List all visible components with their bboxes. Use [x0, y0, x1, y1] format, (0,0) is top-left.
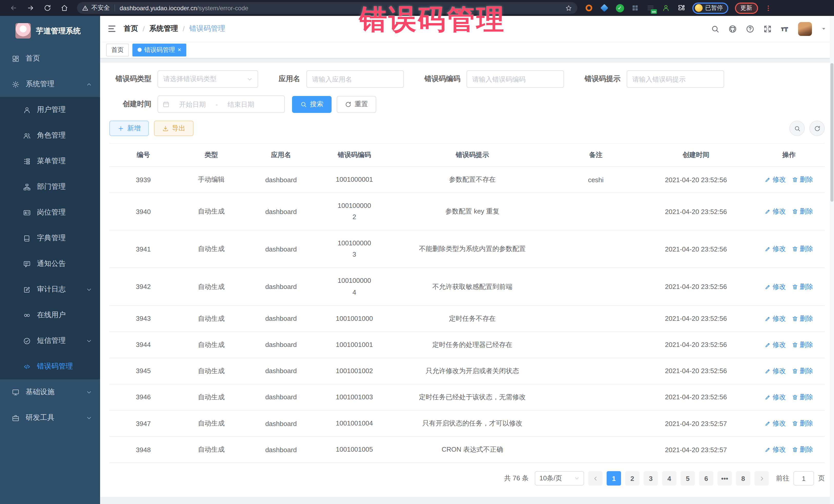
browser-update-button[interactable]: 更新: [735, 2, 758, 14]
profile-paused-pill[interactable]: 已暂停: [692, 2, 728, 14]
page-button-4[interactable]: 4: [662, 471, 676, 485]
user-avatar[interactable]: [798, 22, 812, 36]
sidebar-item-audit-log[interactable]: 审计日志: [0, 277, 100, 302]
tag-close-icon[interactable]: ×: [178, 47, 181, 53]
calendar-icon: [163, 101, 169, 108]
page-button-6[interactable]: 6: [699, 471, 714, 485]
browser-reload-icon[interactable]: [44, 4, 51, 12]
edit-link[interactable]: 修改: [765, 445, 786, 454]
extension-gem-icon[interactable]: [600, 4, 609, 12]
page-button-5[interactable]: 5: [681, 471, 695, 485]
row-app: dashboard: [245, 358, 317, 384]
code-input[interactable]: [466, 70, 564, 88]
add-button[interactable]: 新增: [109, 120, 149, 136]
sidebar-item-infra[interactable]: 基础设施: [0, 379, 100, 405]
breadcrumb-system[interactable]: 系统管理: [149, 24, 178, 34]
scrollbar-thumb[interactable]: [830, 63, 833, 202]
date-range-picker[interactable]: -: [158, 95, 285, 113]
browser-menu-icon[interactable]: [765, 4, 772, 12]
page-scrollbar[interactable]: [830, 16, 834, 504]
delete-link[interactable]: 删除: [792, 245, 813, 254]
sidebar: 芋道管理系统 首页系统管理用户管理角色管理菜单管理部门管理岗位管理字典管理通知公…: [0, 16, 100, 504]
breadcrumb-current: 错误码管理: [190, 24, 225, 34]
browser-back-icon[interactable]: [10, 4, 18, 12]
sidebar-item-sms[interactable]: 短信管理: [0, 328, 100, 354]
msg-input[interactable]: [627, 70, 724, 88]
page-size-select[interactable]: 10条/页: [535, 471, 584, 485]
reset-button[interactable]: 重置: [337, 96, 376, 113]
extensions-puzzle-icon[interactable]: [677, 4, 686, 12]
delete-link[interactable]: 删除: [792, 419, 813, 428]
edit-link[interactable]: 修改: [765, 207, 786, 216]
edit-link[interactable]: 修改: [765, 419, 786, 428]
sidebar-item-menu[interactable]: 菜单管理: [0, 148, 100, 174]
type-select[interactable]: 请选择错误码类型: [158, 70, 258, 88]
start-date-input[interactable]: [172, 100, 213, 109]
header-search-icon[interactable]: [711, 24, 720, 33]
browser-forward-icon[interactable]: [27, 4, 35, 12]
sidebar-item-post[interactable]: 岗位管理: [0, 200, 100, 225]
help-icon[interactable]: [746, 24, 754, 33]
delete-link[interactable]: 删除: [792, 445, 813, 454]
page-button-3[interactable]: 3: [643, 471, 658, 485]
row-id: 3942: [109, 268, 177, 305]
sidebar-item-notice[interactable]: 通知公告: [0, 251, 100, 277]
avatar-caret-icon[interactable]: [821, 26, 827, 32]
export-button[interactable]: 导出: [154, 120, 194, 136]
extension-green-check-icon[interactable]: ✓: [615, 4, 624, 12]
edit-link[interactable]: 修改: [765, 340, 786, 350]
extension-orange-icon[interactable]: [585, 4, 593, 12]
delete-link[interactable]: 删除: [792, 282, 813, 291]
sidebar-item-dict[interactable]: 字典管理: [0, 225, 100, 251]
edit-link[interactable]: 修改: [765, 245, 786, 254]
sidebar-item-dept[interactable]: 部门管理: [0, 174, 100, 200]
search-button[interactable]: 搜索: [292, 96, 332, 113]
sidebar-item-error-code[interactable]: 错误码管理: [0, 354, 100, 379]
edit-link[interactable]: 修改: [765, 393, 786, 402]
row-msg: 定时任务已经处于该状态，无需修改: [392, 384, 553, 410]
sidebar-item-dev-tools[interactable]: 研发工具: [0, 405, 100, 431]
hamburger-icon[interactable]: [107, 24, 116, 34]
refresh-table-button[interactable]: [809, 120, 825, 136]
github-icon[interactable]: [728, 24, 737, 33]
sidebar-item-online-user[interactable]: 在线用户: [0, 302, 100, 328]
goto-page-input[interactable]: [793, 471, 814, 485]
navbar-actions: [711, 22, 827, 36]
sidebar-item-role[interactable]: 角色管理: [0, 123, 100, 148]
delete-link[interactable]: 删除: [792, 207, 813, 216]
browser-home-icon[interactable]: [61, 4, 68, 12]
next-page-button[interactable]: [754, 471, 769, 485]
row-code: 100100000 4: [317, 268, 392, 305]
delete-link[interactable]: 删除: [792, 314, 813, 323]
row-actions: 修改删除: [753, 231, 825, 268]
fullscreen-icon[interactable]: [763, 24, 772, 33]
page-button-1[interactable]: 1: [607, 471, 621, 485]
delete-link[interactable]: 删除: [792, 340, 813, 350]
tag-error-code[interactable]: 错误码管理×: [132, 43, 186, 56]
page-more-button[interactable]: •••: [718, 471, 732, 485]
extension-person-icon[interactable]: [662, 4, 670, 12]
bookmark-star-icon[interactable]: [565, 4, 572, 12]
edit-link[interactable]: 修改: [765, 282, 786, 291]
font-size-icon[interactable]: [781, 24, 789, 33]
delete-link[interactable]: 删除: [792, 367, 813, 376]
prev-page-button[interactable]: [588, 471, 602, 485]
breadcrumb-home[interactable]: 首页: [124, 24, 138, 34]
app-input[interactable]: [306, 70, 404, 88]
delete-link[interactable]: 删除: [792, 393, 813, 402]
delete-link[interactable]: 删除: [792, 175, 813, 184]
page-button-2[interactable]: 2: [625, 471, 639, 485]
extension-grid-icon[interactable]: [631, 4, 639, 12]
tag-home[interactable]: 首页: [106, 43, 129, 56]
col-msg: 错误码提示: [392, 144, 553, 167]
extension-list-icon[interactable]: on: [646, 4, 655, 12]
end-date-input[interactable]: [221, 100, 261, 109]
edit-link[interactable]: 修改: [765, 175, 786, 184]
sidebar-item-system[interactable]: 系统管理: [0, 71, 100, 97]
toggle-search-button[interactable]: [789, 120, 805, 136]
edit-link[interactable]: 修改: [765, 367, 786, 376]
page-button-8[interactable]: 8: [736, 471, 750, 485]
sidebar-item-user[interactable]: 用户管理: [0, 97, 100, 123]
sidebar-item-home[interactable]: 首页: [0, 46, 100, 71]
edit-link[interactable]: 修改: [765, 314, 786, 323]
